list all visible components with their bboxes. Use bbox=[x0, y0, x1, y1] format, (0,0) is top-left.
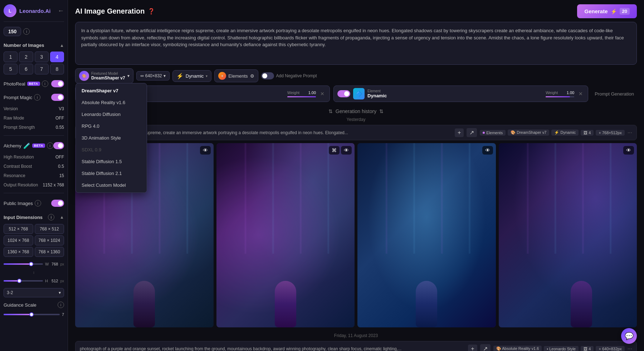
image-4-eye[interactable]: 👁 bbox=[623, 146, 634, 155]
height-slider-row: H 512 px bbox=[4, 277, 64, 284]
chevron-up-icon: ▲ bbox=[60, 43, 64, 48]
elements-label: Elements bbox=[228, 73, 248, 79]
neg-prompt-switch[interactable] bbox=[261, 72, 274, 79]
photoreal-info-icon[interactable]: i bbox=[42, 81, 48, 87]
photoreal-row: PhotoReal BETA i bbox=[4, 78, 64, 89]
tag-dims: + 768×512px bbox=[596, 130, 624, 136]
add-variation-1[interactable]: ↗ bbox=[467, 128, 477, 137]
weight2-label: Weight bbox=[546, 91, 558, 95]
dropdown-item-dreamshaper[interactable]: DreamShaper v7 bbox=[76, 85, 147, 97]
num-btn-8[interactable]: 8 bbox=[50, 64, 64, 74]
element2-close[interactable]: ✕ bbox=[577, 90, 584, 97]
dropdown-item-custom[interactable]: Select Custom Model bbox=[76, 179, 147, 191]
image-2 bbox=[216, 143, 355, 327]
photoreal-toggle[interactable] bbox=[51, 80, 64, 87]
dim-768x1024[interactable]: 768 × 1024 bbox=[35, 235, 64, 245]
resonance-value: 15 bbox=[59, 173, 64, 178]
weight1-bar[interactable] bbox=[287, 96, 316, 97]
finetuned-label: Finetuned Model bbox=[91, 72, 125, 75]
generation-history-bar: ⇅ Generation history ⇅ bbox=[75, 105, 637, 116]
ratio-select[interactable]: 3-2 ▾ bbox=[4, 288, 64, 297]
more-options-2[interactable]: ··· bbox=[628, 346, 632, 351]
dim-dropdown-icon[interactable]: ▾ bbox=[164, 73, 166, 78]
element2-toggle[interactable] bbox=[337, 90, 350, 97]
model-selector[interactable]: 🎨 Finetuned Model DreamShaper v7 ▾ Dream… bbox=[75, 68, 133, 83]
sidebar: L Leonardo.Ai ← 150 i Number of Images ▲… bbox=[0, 0, 68, 351]
add-to-canvas-2[interactable]: + bbox=[468, 345, 477, 351]
generation-history-label: Generation history bbox=[336, 108, 376, 114]
chat-button[interactable]: 💬 bbox=[621, 328, 637, 344]
toolbar: 🎨 Finetuned Model DreamShaper v7 ▾ Dream… bbox=[68, 68, 644, 86]
dropdown-item-rpg[interactable]: RPG 4.0 bbox=[76, 120, 147, 132]
alchemy-toggle[interactable] bbox=[53, 142, 64, 149]
guidance-slider-track[interactable] bbox=[4, 314, 60, 315]
dropdown-item-absolute[interactable]: Absolute Reality v1.6 bbox=[76, 97, 147, 108]
num-btn-5[interactable]: 5 bbox=[4, 64, 18, 74]
dim-512x768[interactable]: 512 × 768 bbox=[4, 224, 33, 234]
image-1-eye[interactable]: 👁 bbox=[200, 146, 211, 155]
dropdown-item-leonardo[interactable]: Leonardo Diffusion bbox=[76, 108, 147, 120]
output-res-value: 1152 x 768 bbox=[43, 182, 64, 187]
history-prompt-2: photograph of a purple and orange sunset… bbox=[80, 346, 465, 351]
num-btn-6[interactable]: 6 bbox=[19, 64, 33, 74]
prompt-magic-toggle[interactable] bbox=[51, 94, 64, 101]
dim-768x512[interactable]: 768 × 512 bbox=[35, 224, 64, 234]
contrast-value: 0.5 bbox=[58, 164, 64, 169]
dim-1360x768[interactable]: 1360 × 768 bbox=[4, 247, 33, 257]
photoreal-label-group: PhotoReal BETA i bbox=[4, 81, 48, 87]
height-px: px bbox=[60, 279, 64, 283]
num-btn-4[interactable]: 4 bbox=[50, 52, 64, 62]
guidance-slider-row: 7 bbox=[4, 311, 64, 318]
alchemy-info-icon[interactable]: i bbox=[47, 142, 53, 149]
image-2-cmd[interactable]: ⌘ bbox=[329, 146, 340, 155]
dim-1024x768[interactable]: 1024 × 768 bbox=[4, 235, 33, 245]
add-to-canvas-1[interactable]: + bbox=[455, 128, 464, 137]
prompt-magic-row: Prompt Magic i bbox=[4, 92, 64, 103]
width-label: W bbox=[45, 262, 49, 266]
element2-weight-group: Weight 1.00 bbox=[546, 91, 574, 97]
version-value: V3 bbox=[59, 106, 64, 111]
public-images-toggle[interactable] bbox=[51, 200, 64, 207]
height-slider-track[interactable] bbox=[4, 280, 43, 282]
swap-icon[interactable]: ↕ bbox=[4, 270, 64, 275]
gear-icon: ⚙ bbox=[250, 73, 254, 79]
prompt-magic-info-icon[interactable]: i bbox=[34, 94, 40, 101]
element1-close[interactable]: ✕ bbox=[319, 90, 326, 97]
dropdown-item-sdxl[interactable]: SDXL 0.9 bbox=[76, 144, 147, 156]
input-dim-info-icon[interactable]: i bbox=[48, 214, 54, 220]
generate-button[interactable]: Generate ⚡ 20 bbox=[577, 4, 637, 18]
weight2-bar[interactable] bbox=[546, 96, 574, 97]
prompt-magic-label: Prompt Magic bbox=[4, 95, 32, 100]
neg-prompt-toggle[interactable]: Add Negative Prompt bbox=[261, 72, 317, 79]
num-btn-3[interactable]: 3 bbox=[35, 52, 49, 62]
num-btn-1[interactable]: 1 bbox=[4, 52, 18, 62]
dropdown-item-sd15[interactable]: Stable Diffusion 1.5 bbox=[76, 156, 147, 167]
elements-chip[interactable]: ✦ Elements ⚙ bbox=[214, 69, 258, 82]
number-grid: 1 2 3 4 5 6 7 8 bbox=[4, 52, 64, 74]
num-btn-7[interactable]: 7 bbox=[35, 64, 49, 74]
image-3-eye[interactable]: 👁 bbox=[482, 146, 493, 155]
token-info-icon[interactable]: i bbox=[23, 28, 30, 35]
chevron-down-icon-model: ▾ bbox=[127, 73, 130, 78]
image-2-eye[interactable]: 👁 bbox=[341, 146, 352, 155]
add-variation-2[interactable]: ↗ bbox=[480, 344, 491, 351]
public-images-info-icon[interactable]: i bbox=[35, 200, 41, 206]
dim-badge-text: 640×832 bbox=[145, 73, 162, 78]
version-row: Version V3 bbox=[4, 105, 64, 112]
more-options-1[interactable]: ··· bbox=[628, 130, 632, 136]
element-cards-row: 🌟 Element Glass & Steel Weight 1.00 ✕ 🔷 bbox=[68, 86, 644, 105]
prompt-generation-button[interactable]: Prompt Generation bbox=[592, 90, 637, 98]
prompt-textarea[interactable]: In a dystopian future, where artificial … bbox=[75, 22, 637, 65]
dim-768x1360[interactable]: 768 × 1360 bbox=[35, 247, 64, 257]
back-button[interactable]: ← bbox=[58, 7, 64, 15]
num-btn-2[interactable]: 2 bbox=[19, 52, 33, 62]
width-slider-track[interactable] bbox=[4, 263, 43, 265]
title-info-icon[interactable]: ❓ bbox=[148, 8, 155, 15]
dropdown-item-3danim[interactable]: 3D Animation Style bbox=[76, 132, 147, 144]
high-res-row: High Resolution OFF bbox=[4, 153, 64, 161]
prompt-strength-label: Prompt Strength bbox=[4, 125, 35, 130]
guidance-info-icon[interactable]: i bbox=[58, 302, 64, 308]
dropdown-item-sd21[interactable]: Stable Diffusion 2.1 bbox=[76, 167, 147, 179]
sidebar-logo: L Leonardo.Ai ← bbox=[4, 4, 64, 22]
preset-selector[interactable]: ⚡ Dynamic ▾ bbox=[172, 70, 212, 82]
